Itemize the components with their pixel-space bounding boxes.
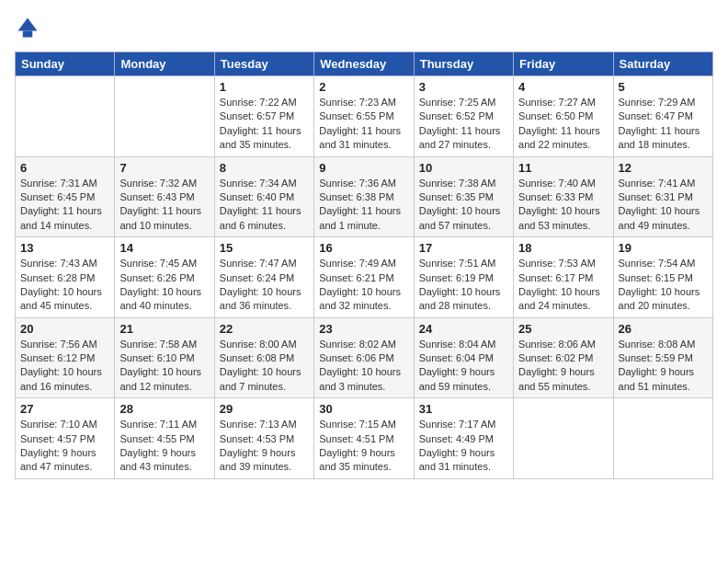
day-number: 18 xyxy=(518,241,608,255)
col-friday: Friday xyxy=(514,52,613,76)
calendar-week-row: 6Sunrise: 7:31 AMSunset: 6:45 PMDaylight… xyxy=(16,156,713,237)
col-monday: Monday xyxy=(115,52,214,76)
logo-icon xyxy=(15,15,40,40)
day-info: Sunrise: 8:00 AMSunset: 6:08 PMDaylight:… xyxy=(220,338,309,395)
calendar-cell: 11Sunrise: 7:40 AMSunset: 6:33 PMDayligh… xyxy=(514,156,613,237)
day-info: Sunrise: 8:04 AMSunset: 6:04 PMDaylight:… xyxy=(419,338,508,395)
calendar-cell: 25Sunrise: 8:06 AMSunset: 6:02 PMDayligh… xyxy=(514,317,613,398)
day-info: Sunrise: 8:08 AMSunset: 5:59 PMDaylight:… xyxy=(619,338,708,395)
day-number: 28 xyxy=(119,402,209,416)
day-info: Sunrise: 7:34 AMSunset: 6:40 PMDaylight:… xyxy=(220,177,309,234)
day-info: Sunrise: 7:15 AMSunset: 4:51 PMDaylight:… xyxy=(319,418,408,475)
day-info: Sunrise: 7:49 AMSunset: 6:21 PMDaylight:… xyxy=(319,257,408,314)
calendar-cell: 17Sunrise: 7:51 AMSunset: 6:19 PMDayligh… xyxy=(414,237,513,318)
calendar-week-row: 1Sunrise: 7:22 AMSunset: 6:57 PMDaylight… xyxy=(16,76,713,157)
day-info: Sunrise: 7:13 AMSunset: 4:53 PMDaylight:… xyxy=(220,418,309,475)
day-number: 30 xyxy=(319,402,408,416)
day-number: 27 xyxy=(20,402,109,416)
day-number: 19 xyxy=(619,241,708,255)
day-number: 15 xyxy=(220,241,309,255)
day-info: Sunrise: 7:32 AMSunset: 6:43 PMDaylight:… xyxy=(119,177,209,234)
day-number: 8 xyxy=(220,161,309,175)
calendar-cell: 12Sunrise: 7:41 AMSunset: 6:31 PMDayligh… xyxy=(613,156,712,237)
day-info: Sunrise: 8:02 AMSunset: 6:06 PMDaylight:… xyxy=(319,338,408,395)
col-wednesday: Wednesday xyxy=(314,52,414,76)
day-info: Sunrise: 7:56 AMSunset: 6:12 PMDaylight:… xyxy=(20,338,109,395)
col-tuesday: Tuesday xyxy=(214,52,313,76)
calendar-cell: 3Sunrise: 7:25 AMSunset: 6:52 PMDaylight… xyxy=(414,76,513,157)
calendar-cell: 13Sunrise: 7:43 AMSunset: 6:28 PMDayligh… xyxy=(16,237,115,318)
day-number: 7 xyxy=(119,161,209,175)
day-info: Sunrise: 7:43 AMSunset: 6:28 PMDaylight:… xyxy=(20,257,109,314)
day-number: 3 xyxy=(419,80,508,94)
day-number: 31 xyxy=(419,402,508,416)
day-number: 12 xyxy=(619,161,708,175)
calendar-cell: 22Sunrise: 8:00 AMSunset: 6:08 PMDayligh… xyxy=(214,317,313,398)
calendar-cell: 2Sunrise: 7:23 AMSunset: 6:55 PMDaylight… xyxy=(314,76,414,157)
calendar-cell: 18Sunrise: 7:53 AMSunset: 6:17 PMDayligh… xyxy=(514,237,613,318)
day-number: 10 xyxy=(419,161,508,175)
calendar-cell: 4Sunrise: 7:27 AMSunset: 6:50 PMDaylight… xyxy=(514,76,613,157)
calendar-cell xyxy=(514,398,613,479)
calendar-cell: 6Sunrise: 7:31 AMSunset: 6:45 PMDaylight… xyxy=(16,156,115,237)
day-number: 2 xyxy=(319,80,408,94)
day-info: Sunrise: 8:06 AMSunset: 6:02 PMDaylight:… xyxy=(518,338,608,395)
calendar-cell: 23Sunrise: 8:02 AMSunset: 6:06 PMDayligh… xyxy=(314,317,414,398)
calendar-cell: 28Sunrise: 7:11 AMSunset: 4:55 PMDayligh… xyxy=(115,398,214,479)
calendar-cell xyxy=(613,398,712,479)
day-number: 23 xyxy=(319,322,408,336)
day-info: Sunrise: 7:27 AMSunset: 6:50 PMDaylight:… xyxy=(518,96,608,153)
day-number: 16 xyxy=(319,241,408,255)
col-sunday: Sunday xyxy=(16,52,115,76)
calendar-cell: 29Sunrise: 7:13 AMSunset: 4:53 PMDayligh… xyxy=(214,398,313,479)
day-info: Sunrise: 7:17 AMSunset: 4:49 PMDaylight:… xyxy=(419,418,508,475)
day-info: Sunrise: 7:45 AMSunset: 6:26 PMDaylight:… xyxy=(119,257,209,314)
day-info: Sunrise: 7:22 AMSunset: 6:57 PMDaylight:… xyxy=(220,96,309,153)
calendar-cell xyxy=(16,76,115,157)
day-info: Sunrise: 7:38 AMSunset: 6:35 PMDaylight:… xyxy=(419,177,508,234)
calendar-cell: 27Sunrise: 7:10 AMSunset: 4:57 PMDayligh… xyxy=(16,398,115,479)
day-number: 26 xyxy=(619,322,708,336)
day-number: 21 xyxy=(119,322,209,336)
calendar-cell: 15Sunrise: 7:47 AMSunset: 6:24 PMDayligh… xyxy=(214,237,313,318)
calendar-cell: 10Sunrise: 7:38 AMSunset: 6:35 PMDayligh… xyxy=(414,156,513,237)
calendar-cell: 19Sunrise: 7:54 AMSunset: 6:15 PMDayligh… xyxy=(613,237,712,318)
calendar-cell: 14Sunrise: 7:45 AMSunset: 6:26 PMDayligh… xyxy=(115,237,214,318)
day-info: Sunrise: 7:54 AMSunset: 6:15 PMDaylight:… xyxy=(619,257,708,314)
col-thursday: Thursday xyxy=(414,52,513,76)
day-number: 6 xyxy=(20,161,109,175)
day-info: Sunrise: 7:29 AMSunset: 6:47 PMDaylight:… xyxy=(619,96,708,153)
calendar-cell: 21Sunrise: 7:58 AMSunset: 6:10 PMDayligh… xyxy=(115,317,214,398)
day-info: Sunrise: 7:31 AMSunset: 6:45 PMDaylight:… xyxy=(20,177,109,234)
day-info: Sunrise: 7:23 AMSunset: 6:55 PMDaylight:… xyxy=(319,96,408,153)
day-info: Sunrise: 7:51 AMSunset: 6:19 PMDaylight:… xyxy=(419,257,508,314)
logo xyxy=(15,15,44,40)
calendar-cell: 20Sunrise: 7:56 AMSunset: 6:12 PMDayligh… xyxy=(16,317,115,398)
day-number: 11 xyxy=(518,161,608,175)
day-number: 5 xyxy=(619,80,708,94)
day-number: 9 xyxy=(319,161,408,175)
day-info: Sunrise: 7:58 AMSunset: 6:10 PMDaylight:… xyxy=(119,338,209,395)
day-number: 17 xyxy=(419,241,508,255)
day-info: Sunrise: 7:25 AMSunset: 6:52 PMDaylight:… xyxy=(419,96,508,153)
calendar-cell: 24Sunrise: 8:04 AMSunset: 6:04 PMDayligh… xyxy=(414,317,513,398)
calendar-cell: 8Sunrise: 7:34 AMSunset: 6:40 PMDaylight… xyxy=(214,156,313,237)
day-info: Sunrise: 7:40 AMSunset: 6:33 PMDaylight:… xyxy=(518,177,608,234)
day-info: Sunrise: 7:11 AMSunset: 4:55 PMDaylight:… xyxy=(119,418,209,475)
calendar-cell: 7Sunrise: 7:32 AMSunset: 6:43 PMDaylight… xyxy=(115,156,214,237)
calendar-cell: 9Sunrise: 7:36 AMSunset: 6:38 PMDaylight… xyxy=(314,156,414,237)
calendar-week-row: 13Sunrise: 7:43 AMSunset: 6:28 PMDayligh… xyxy=(16,237,713,318)
day-info: Sunrise: 7:41 AMSunset: 6:31 PMDaylight:… xyxy=(619,177,708,234)
day-info: Sunrise: 7:53 AMSunset: 6:17 PMDaylight:… xyxy=(518,257,608,314)
svg-marker-0 xyxy=(18,18,38,31)
calendar-cell: 5Sunrise: 7:29 AMSunset: 6:47 PMDaylight… xyxy=(613,76,712,157)
col-saturday: Saturday xyxy=(613,52,712,76)
calendar-cell: 16Sunrise: 7:49 AMSunset: 6:21 PMDayligh… xyxy=(314,237,414,318)
calendar-week-row: 20Sunrise: 7:56 AMSunset: 6:12 PMDayligh… xyxy=(16,317,713,398)
calendar-week-row: 27Sunrise: 7:10 AMSunset: 4:57 PMDayligh… xyxy=(16,398,713,479)
day-number: 29 xyxy=(220,402,309,416)
day-number: 22 xyxy=(220,322,309,336)
page-header xyxy=(15,15,713,40)
day-number: 13 xyxy=(20,241,109,255)
svg-rect-1 xyxy=(23,31,33,38)
